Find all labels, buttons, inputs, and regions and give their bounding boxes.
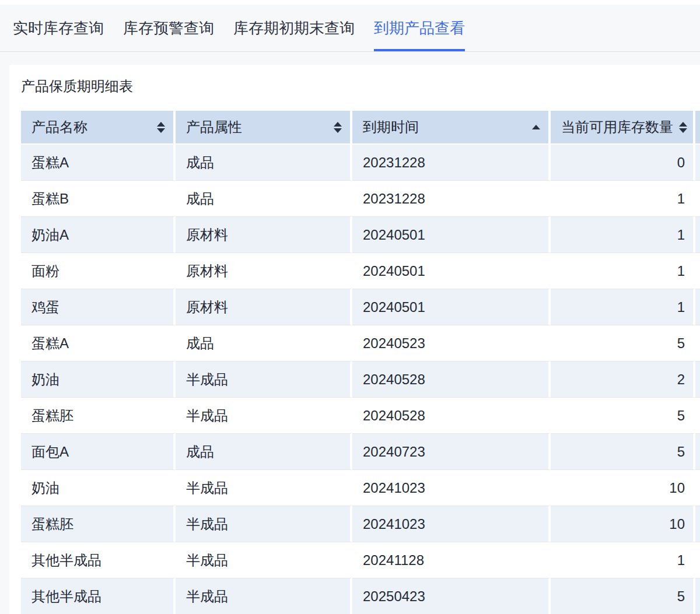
tab-label: 到期产品查看 xyxy=(374,18,465,38)
tab-2[interactable]: 库存预警查询 xyxy=(123,5,214,51)
top-strip xyxy=(0,0,700,5)
cell-overflow-stub xyxy=(695,506,700,542)
cell-product-attribute: 半成品 xyxy=(176,398,352,434)
cell-product-attribute: 成品 xyxy=(176,145,352,181)
cell-product-attribute: 半成品 xyxy=(176,506,352,542)
tab-3[interactable]: 库存期初期末查询 xyxy=(233,5,355,51)
cell-available-quantity: 10 xyxy=(551,506,695,542)
column-header-4[interactable]: 当前可用库存数量 xyxy=(551,111,695,145)
content-card: 产品保质期明细表 产品名称 产品属性 到期时间 xyxy=(9,65,700,614)
table-row: 蛋糕A 成品 20240523 5 xyxy=(21,325,700,362)
sort-control xyxy=(157,122,165,133)
cell-available-quantity: 1 xyxy=(551,181,695,217)
cell-product-attribute: 半成品 xyxy=(176,578,352,614)
cell-overflow-stub xyxy=(695,253,700,289)
cell-available-quantity: 1 xyxy=(551,217,695,253)
cell-product-attribute: 成品 xyxy=(176,325,352,362)
cell-product-name: 蛋糕A xyxy=(21,325,176,362)
cell-product-name: 其他半成品 xyxy=(21,578,176,614)
cell-overflow-stub xyxy=(695,542,700,578)
cell-overflow-stub xyxy=(695,181,700,217)
table-row: 其他半成品 半成品 20250423 5 xyxy=(21,578,700,614)
table-row: 面包A 成品 20240723 5 xyxy=(21,434,700,470)
column-header-label: 产品名称 xyxy=(32,118,88,136)
cell-overflow-stub xyxy=(695,325,700,362)
tab-label: 库存期初期末查询 xyxy=(233,18,355,38)
cell-product-attribute: 成品 xyxy=(176,434,352,470)
cell-available-quantity: 5 xyxy=(551,434,695,470)
sort-down-icon xyxy=(334,128,342,133)
cell-available-quantity: 2 xyxy=(551,362,695,398)
cell-product-attribute: 半成品 xyxy=(176,470,352,506)
sort-down-icon xyxy=(157,128,165,133)
table-row: 蛋糕A 成品 20231228 0 xyxy=(21,145,700,181)
shelf-life-table: 产品名称 产品属性 到期时间 当前可用库存数量 xyxy=(21,111,700,614)
cell-product-attribute: 半成品 xyxy=(176,362,352,398)
cell-product-attribute: 半成品 xyxy=(176,542,352,578)
cell-overflow-stub xyxy=(695,145,700,181)
sort-down-icon xyxy=(679,128,687,133)
cell-available-quantity: 1 xyxy=(551,289,695,325)
column-header-label: 到期时间 xyxy=(363,118,419,136)
cell-available-quantity: 5 xyxy=(551,578,695,614)
cell-available-quantity: 1 xyxy=(551,542,695,578)
column-header-2[interactable]: 产品属性 xyxy=(176,111,352,145)
cell-expiry-date: 20231228 xyxy=(352,181,551,217)
cell-expiry-date: 20240528 xyxy=(352,398,551,434)
cell-available-quantity: 1 xyxy=(551,253,695,289)
cell-overflow-stub xyxy=(695,578,700,614)
cell-product-attribute: 原材料 xyxy=(176,217,352,253)
table-row: 蛋糕B 成品 20231228 1 xyxy=(21,181,700,217)
table-row: 其他半成品 半成品 20241128 1 xyxy=(21,542,700,578)
tab-4[interactable]: 到期产品查看 xyxy=(374,5,465,51)
cell-product-name: 奶油A xyxy=(21,217,176,253)
table-row: 奶油A 原材料 20240501 1 xyxy=(21,217,700,253)
cell-expiry-date: 20240528 xyxy=(352,362,551,398)
cell-product-name: 蛋糕A xyxy=(21,145,176,181)
cell-overflow-stub xyxy=(695,362,700,398)
cell-product-name: 面包A xyxy=(21,434,176,470)
cell-expiry-date: 20240523 xyxy=(352,325,551,362)
sort-control xyxy=(334,122,342,133)
cell-available-quantity: 5 xyxy=(551,398,695,434)
column-header-label: 当前可用库存数量 xyxy=(561,118,673,136)
sort-up-icon xyxy=(157,122,165,127)
tab-label: 实时库存查询 xyxy=(13,18,104,38)
table-row: 奶油 半成品 20241023 10 xyxy=(21,470,700,506)
cell-product-attribute: 原材料 xyxy=(176,289,352,325)
page-title: 产品保质期明细表 xyxy=(21,77,700,96)
cell-expiry-date: 20241128 xyxy=(352,542,551,578)
cell-available-quantity: 10 xyxy=(551,470,695,506)
shelf-life-table-wrap: 产品名称 产品属性 到期时间 当前可用库存数量 xyxy=(21,111,700,614)
cell-overflow-stub xyxy=(695,434,700,470)
column-header-3[interactable]: 到期时间 xyxy=(352,111,551,145)
cell-available-quantity: 0 xyxy=(551,145,695,181)
cell-product-name: 鸡蛋 xyxy=(21,289,176,325)
cell-product-name: 奶油 xyxy=(21,362,176,398)
table-row: 奶油 半成品 20240528 2 xyxy=(21,362,700,398)
cell-expiry-date: 20231228 xyxy=(352,145,551,181)
cell-product-name: 奶油 xyxy=(21,470,176,506)
column-header-1[interactable]: 产品名称 xyxy=(21,111,176,145)
cell-product-attribute: 原材料 xyxy=(176,253,352,289)
cell-overflow-stub xyxy=(695,217,700,253)
tab-1[interactable]: 实时库存查询 xyxy=(13,5,104,51)
sort-up-icon xyxy=(532,125,540,129)
table-row: 鸡蛋 原材料 20240501 1 xyxy=(21,289,700,325)
cell-expiry-date: 20250423 xyxy=(352,578,551,614)
cell-product-name: 蛋糕B xyxy=(21,181,176,217)
cell-expiry-date: 20241023 xyxy=(352,506,551,542)
cell-product-name: 其他半成品 xyxy=(21,542,176,578)
cell-product-attribute: 成品 xyxy=(176,181,352,217)
cell-overflow-stub xyxy=(695,289,700,325)
cell-overflow-stub xyxy=(695,398,700,434)
table-row: 蛋糕胚 半成品 20240528 5 xyxy=(21,398,700,434)
cell-expiry-date: 20240501 xyxy=(352,253,551,289)
cell-expiry-date: 20240501 xyxy=(352,289,551,325)
cell-product-name: 蛋糕胚 xyxy=(21,506,176,542)
column-header-label: 产品属性 xyxy=(186,118,242,136)
sort-up-icon xyxy=(334,122,342,127)
cell-expiry-date: 20240723 xyxy=(352,434,551,470)
cell-overflow-stub xyxy=(695,470,700,506)
cell-expiry-date: 20241023 xyxy=(352,470,551,506)
